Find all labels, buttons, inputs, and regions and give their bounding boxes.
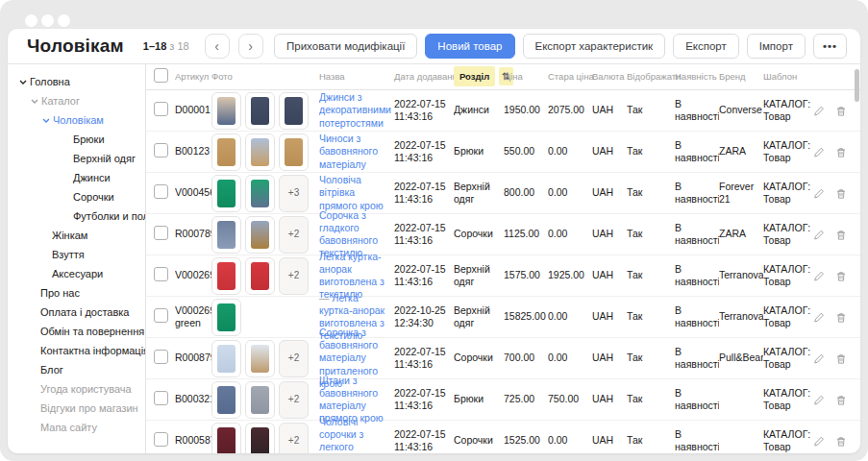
row-checkbox[interactable] [154, 184, 168, 199]
product-name-link[interactable]: Чоловічі сорочки з легкого текстилю [319, 416, 363, 453]
product-photo[interactable] [211, 340, 241, 377]
product-photo[interactable] [211, 257, 241, 295]
sidebar-item-label: Аксесуари [52, 268, 103, 279]
hide-modifications-button[interactable]: Приховати модифікації [274, 34, 417, 59]
product-name-link[interactable]: Джинси з декоративними потертостями [319, 91, 391, 128]
row-checkbox[interactable] [154, 143, 168, 158]
pagination-prev-button[interactable]: ‹ [205, 34, 230, 59]
sidebar-item[interactable]: Сорочки [8, 187, 145, 206]
sidebar-item[interactable]: Аксесуари [8, 264, 145, 283]
sku-cell: V000269-green [175, 304, 211, 329]
column-header-visible: Відображати [627, 71, 675, 83]
row-checkbox[interactable] [154, 308, 168, 323]
product-name-link[interactable]: Чоловіча вітрівка прямого крою [319, 174, 384, 210]
sidebar-item[interactable]: Оплата і доставка [8, 303, 145, 322]
row-checkbox[interactable] [154, 432, 168, 447]
edit-icon[interactable] [813, 270, 825, 282]
old-price-cell: 0.00 [548, 310, 592, 323]
section-cell: Верхній одяг [454, 263, 504, 288]
sidebar-item[interactable]: Відгуки про магазин [8, 399, 145, 418]
delete-icon[interactable] [835, 435, 847, 448]
template-cell: КАТАЛОГ: Товар [763, 98, 813, 123]
export-button[interactable]: Експорт [673, 34, 739, 59]
more-photos-badge: +2 [279, 340, 309, 377]
product-photo[interactable] [211, 299, 241, 336]
product-photo[interactable] [211, 216, 241, 254]
product-photo[interactable] [279, 92, 309, 130]
sidebar: Головна Каталог Чоловікам Брюки Верхній … [8, 64, 146, 453]
sidebar-item[interactable]: Блог [8, 360, 145, 379]
sidebar-item[interactable]: Взуття [8, 245, 145, 264]
select-all-checkbox[interactable] [154, 68, 168, 83]
delete-icon[interactable] [835, 311, 847, 324]
new-product-button[interactable]: Новий товар [425, 34, 514, 59]
column-header-price: Ціна [504, 71, 548, 83]
product-photo[interactable] [279, 133, 309, 171]
delete-icon[interactable] [835, 352, 847, 365]
row-checkbox[interactable] [154, 267, 168, 281]
sidebar-item[interactable]: Головна [8, 72, 145, 91]
product-photo[interactable] [245, 92, 275, 130]
sidebar-item[interactable]: Джинси [8, 168, 145, 187]
product-photo[interactable] [211, 381, 241, 419]
sidebar-item[interactable]: Жінкам [8, 226, 145, 245]
product-photo[interactable] [211, 92, 241, 130]
more-actions-button[interactable]: ••• [813, 34, 847, 59]
delete-icon[interactable] [835, 146, 847, 158]
sidebar-item[interactable]: Футболки и поло [8, 206, 145, 226]
table-row: R000789 +2 Сорочка з гладкого бавовняног… [146, 214, 860, 255]
delete-icon[interactable] [835, 105, 847, 117]
sidebar-item[interactable]: Про нас [8, 283, 145, 303]
product-photo[interactable] [245, 133, 275, 171]
row-checkbox[interactable] [154, 102, 168, 116]
product-photo[interactable] [245, 216, 275, 254]
old-price-cell: 1925.00 [548, 269, 592, 281]
row-checkbox[interactable] [154, 350, 168, 364]
window-control-dot[interactable] [25, 14, 37, 27]
delete-icon[interactable] [835, 394, 847, 406]
sidebar-item[interactable]: Верхній одяг [8, 149, 145, 168]
product-photo[interactable] [245, 381, 275, 419]
edit-icon[interactable] [813, 394, 825, 406]
section-cell: Брюки [454, 145, 504, 158]
delete-icon[interactable] [835, 270, 847, 282]
window-control-dot[interactable] [41, 14, 54, 27]
product-photo[interactable] [245, 423, 275, 454]
edit-icon[interactable] [813, 146, 825, 158]
product-name-link[interactable]: Чиноси з бавовняного матеріалу [319, 133, 378, 169]
sidebar-item[interactable]: Контактна інформація [8, 341, 145, 360]
delete-icon[interactable] [835, 187, 847, 200]
sidebar-item[interactable]: Брюки [8, 130, 145, 149]
row-checkbox[interactable] [154, 226, 168, 240]
column-header-section-sorted[interactable]: Розділ [454, 66, 495, 86]
edit-icon[interactable] [813, 352, 825, 365]
row-checkbox[interactable] [154, 391, 168, 405]
sidebar-item[interactable]: Угода користувача [8, 379, 145, 399]
column-header-old-price: Стара ціна [548, 71, 592, 83]
window-control-dot[interactable] [58, 14, 70, 27]
photo-thumbnails [211, 299, 315, 336]
sidebar-item-label: Жінкам [52, 230, 87, 241]
sidebar-item[interactable]: Чоловікам [8, 110, 145, 130]
date-added-cell: 2022-07-1511:43:16 [394, 139, 454, 164]
product-photo[interactable] [245, 340, 275, 377]
product-photo[interactable] [245, 257, 275, 295]
edit-icon[interactable] [813, 105, 825, 117]
product-photo[interactable] [211, 133, 241, 171]
sidebar-item[interactable]: Мапа сайту [8, 418, 145, 437]
import-button[interactable]: Імпорт [747, 34, 806, 59]
edit-icon[interactable] [813, 187, 825, 200]
edit-icon[interactable] [813, 435, 825, 448]
product-photo[interactable] [245, 175, 275, 212]
product-photo[interactable] [211, 175, 241, 212]
delete-icon[interactable] [835, 229, 847, 241]
edit-icon[interactable] [813, 229, 825, 241]
pagination-next-button[interactable]: › [238, 34, 263, 59]
currency-cell: UAH [592, 228, 627, 240]
scrollbar-thumb[interactable] [855, 69, 859, 102]
sidebar-item[interactable]: Каталог [8, 91, 145, 110]
export-characteristics-button[interactable]: Експорт характеристик [523, 34, 666, 59]
product-photo[interactable] [211, 423, 241, 454]
edit-icon[interactable] [813, 311, 825, 324]
sidebar-item[interactable]: Обмін та повернення [8, 322, 145, 341]
